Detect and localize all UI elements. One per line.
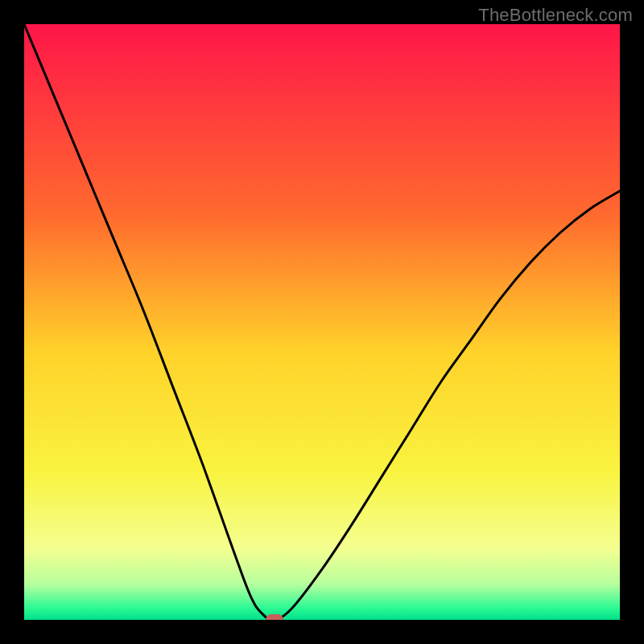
ideal-point-marker [266,614,283,620]
chart-svg [24,24,620,620]
gradient-background [24,24,620,620]
chart-frame: TheBottleneck.com [0,0,644,644]
watermark-text: TheBottleneck.com [478,5,633,26]
plot-area [24,24,620,620]
